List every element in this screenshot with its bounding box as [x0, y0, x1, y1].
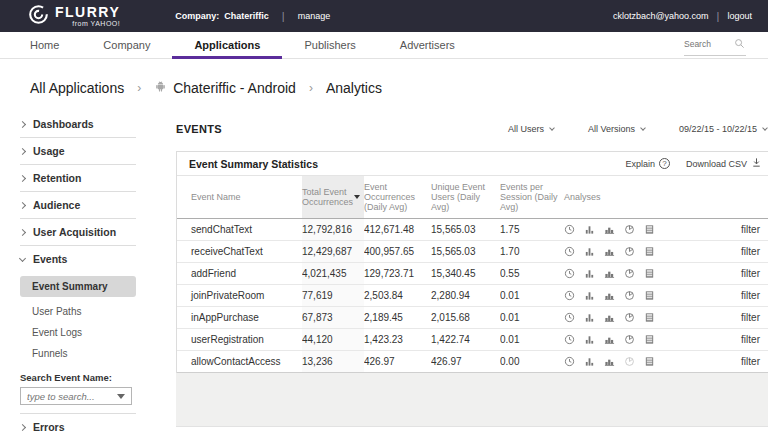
event-search-input[interactable] — [27, 391, 113, 402]
filter-link[interactable]: filter — [716, 219, 768, 241]
event-name-cell: receiveChatText — [177, 241, 302, 263]
clock-icon[interactable] — [564, 334, 575, 345]
clock-icon[interactable] — [564, 224, 575, 235]
sidebar-item-dashboards[interactable]: Dashboards — [20, 111, 136, 138]
table-icon[interactable] — [644, 290, 655, 301]
histogram-icon[interactable] — [604, 224, 615, 235]
table-icon[interactable] — [644, 246, 655, 257]
unique-users-daily-avg-cell: 1,422.74 — [431, 329, 500, 351]
nav-item-publishers[interactable]: Publishers — [282, 32, 377, 58]
filter-link[interactable]: filter — [716, 241, 768, 263]
sidebar-item-retention[interactable]: Retention — [20, 165, 136, 192]
main-nav: Home Company Applications Publishers Adv… — [0, 32, 768, 59]
analyses-cell — [564, 263, 716, 285]
event-search-dropdown[interactable] — [20, 387, 132, 405]
column-header-total-occurrences[interactable]: Total Event Occurrences — [302, 176, 364, 219]
chevron-down-icon — [549, 125, 555, 131]
pie-chart-icon[interactable] — [624, 312, 635, 323]
logout-link[interactable]: logout — [727, 11, 752, 21]
bar-chart-icon[interactable] — [584, 224, 595, 235]
clock-icon[interactable] — [564, 356, 575, 367]
table-icon[interactable] — [644, 312, 655, 323]
breadcrumb-analytics[interactable]: Analytics — [326, 80, 382, 96]
events-per-session-cell: 1.75 — [500, 219, 564, 241]
table-row: addFriend4,021,435129,723.7115,340.450.5… — [177, 263, 768, 285]
date-range-label: 09/22/15 - 10/22/15 — [679, 124, 757, 134]
download-csv-button[interactable]: Download CSV — [686, 157, 762, 170]
bar-chart-icon[interactable] — [584, 356, 595, 367]
pie-chart-icon[interactable] — [624, 224, 635, 235]
breadcrumb-all-applications[interactable]: All Applications — [30, 80, 124, 96]
all-versions-dropdown[interactable]: All Versions — [588, 124, 645, 134]
histogram-icon[interactable] — [604, 268, 615, 279]
sidebar-item-event-summary[interactable]: Event Summary — [20, 276, 136, 297]
sidebar-item-user-acquisition[interactable]: User Acquisition — [20, 219, 136, 246]
nav-item-home[interactable]: Home — [8, 32, 81, 58]
histogram-icon[interactable] — [604, 356, 615, 367]
sidebar-item-label: Errors — [33, 421, 65, 433]
flurry-logo[interactable]: FLURRY from YAHOO! — [28, 4, 120, 29]
sidebar-item-errors[interactable]: Errors — [20, 414, 136, 434]
bar-chart-icon[interactable] — [584, 268, 595, 279]
table-icon[interactable] — [644, 356, 655, 367]
column-header-events-per-session[interactable]: Events per Session (Daily Avg) — [500, 176, 564, 219]
bar-chart-icon[interactable] — [584, 246, 595, 257]
bar-chart-icon[interactable] — [584, 312, 595, 323]
filter-link[interactable]: filter — [716, 329, 768, 351]
occurrences-daily-avg-cell: 2,189.45 — [364, 307, 431, 329]
column-header-event-name[interactable]: Event Name — [177, 176, 302, 219]
table-icon[interactable] — [644, 224, 655, 235]
sidebar-item-audience[interactable]: Audience — [20, 192, 136, 219]
dropdown-arrow-icon[interactable] — [117, 394, 125, 399]
breadcrumb-app-name[interactable]: Chateriffic - Android — [173, 80, 296, 96]
pie-chart-icon[interactable] — [624, 334, 635, 345]
pie-chart-icon[interactable] — [624, 290, 635, 301]
histogram-icon[interactable] — [604, 334, 615, 345]
clock-icon[interactable] — [564, 268, 575, 279]
analyses-cell — [564, 351, 716, 373]
table-icon[interactable] — [644, 268, 655, 279]
clock-icon[interactable] — [564, 312, 575, 323]
account-email[interactable]: cklotzbach@yahoo.com — [613, 11, 709, 21]
sidebar-item-user-paths[interactable]: User Paths — [20, 301, 136, 322]
histogram-icon[interactable] — [604, 312, 615, 323]
column-header-analyses[interactable]: Analyses — [564, 176, 716, 219]
total-occurrences-cell: 12,792,816 — [302, 219, 364, 241]
unique-users-daily-avg-cell: 15,340.45 — [431, 263, 500, 285]
sidebar-item-funnels[interactable]: Funnels — [20, 343, 136, 364]
filter-link[interactable]: filter — [716, 351, 768, 373]
chevron-down-icon — [640, 125, 646, 131]
pie-chart-icon[interactable] — [624, 268, 635, 279]
explain-button[interactable]: Explain ? — [625, 158, 670, 169]
column-header-occurrences-daily-avg[interactable]: Event Occurrences (Daily Avg) — [364, 176, 431, 219]
nav-item-applications[interactable]: Applications — [172, 32, 282, 58]
sidebar-item-usage[interactable]: Usage — [20, 138, 136, 165]
bar-chart-icon[interactable] — [584, 334, 595, 345]
manage-link[interactable]: manage — [298, 11, 331, 21]
filter-link[interactable]: filter — [716, 263, 768, 285]
pie-chart-icon[interactable] — [624, 246, 635, 257]
histogram-icon[interactable] — [604, 246, 615, 257]
bar-chart-icon[interactable] — [584, 290, 595, 301]
column-header-unique-users-daily-avg[interactable]: Unique Event Users (Daily Avg) — [431, 176, 500, 219]
sidebar-item-events[interactable]: Events — [20, 246, 136, 272]
table-icon[interactable] — [644, 334, 655, 345]
histogram-icon[interactable] — [604, 290, 615, 301]
date-range-dropdown[interactable]: 09/22/15 - 10/22/15 — [679, 124, 767, 134]
clock-icon[interactable] — [564, 290, 575, 301]
filter-link[interactable]: filter — [716, 285, 768, 307]
search-input[interactable] — [684, 39, 734, 49]
events-per-session-cell: 1.70 — [500, 241, 564, 263]
search-icon[interactable] — [734, 35, 745, 53]
nav-item-company[interactable]: Company — [81, 32, 172, 58]
total-occurrences-cell: 67,873 — [302, 307, 364, 329]
sidebar-item-event-logs[interactable]: Event Logs — [20, 322, 136, 343]
chevron-down-icon — [762, 125, 768, 131]
all-users-dropdown[interactable]: All Users — [508, 124, 554, 134]
nav-item-advertisers[interactable]: Advertisers — [378, 32, 477, 58]
chevron-right-icon: › — [309, 81, 313, 95]
event-name-cell: joinPrivateRoom — [177, 285, 302, 307]
search-event-name-label: Search Event Name: — [20, 372, 136, 383]
filter-link[interactable]: filter — [716, 307, 768, 329]
clock-icon[interactable] — [564, 246, 575, 257]
